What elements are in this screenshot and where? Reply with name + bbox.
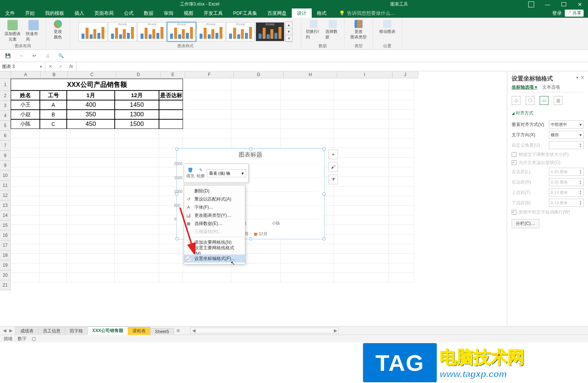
cell[interactable]	[389, 90, 414, 100]
share-button[interactable]: ↗ 共享	[565, 10, 584, 17]
cell[interactable]	[40, 215, 67, 225]
cell[interactable]	[281, 273, 334, 283]
tab-home[interactable]: 开始	[20, 8, 40, 18]
cell[interactable]	[334, 129, 389, 139]
cell[interactable]	[334, 273, 389, 283]
cell[interactable]	[281, 100, 334, 110]
cell[interactable]	[281, 244, 334, 254]
cell[interactable]: 小陈	[11, 119, 40, 129]
cell[interactable]	[389, 263, 414, 273]
cell[interactable]: 450	[67, 119, 115, 129]
cell[interactable]	[389, 79, 414, 90]
cell[interactable]	[115, 235, 159, 244]
cancel-formula-icon[interactable]: ✕	[45, 64, 56, 69]
row-header[interactable]: 11	[0, 181, 11, 191]
cell[interactable]: 1500	[115, 119, 159, 129]
row-header[interactable]: 14	[0, 211, 11, 220]
add-chart-element-button[interactable]: 添加图表 元素	[3, 19, 22, 43]
cell[interactable]	[334, 119, 389, 129]
cell[interactable]	[67, 139, 115, 148]
cell[interactable]: B	[40, 110, 67, 119]
cell[interactable]	[183, 100, 231, 110]
cell[interactable]	[67, 273, 115, 283]
cell[interactable]	[281, 129, 334, 139]
select-all-corner[interactable]	[0, 71, 11, 79]
cell[interactable]	[231, 110, 281, 119]
resize-handle[interactable]	[175, 147, 179, 151]
sheet-tab[interactable]: 田字格	[65, 327, 88, 335]
cell[interactable]	[389, 158, 414, 167]
cell[interactable]	[115, 177, 159, 187]
cell[interactable]: 是否达标	[159, 90, 183, 100]
cell[interactable]	[389, 225, 414, 235]
macro-record-icon[interactable]: ▢	[32, 336, 36, 341]
resize-handle[interactable]	[322, 237, 326, 240]
minimize-button[interactable]: —	[539, 0, 556, 8]
column-header[interactable]: A	[11, 71, 41, 78]
cell[interactable]	[11, 196, 40, 206]
cell[interactable]	[334, 139, 389, 148]
column-header[interactable]: B	[41, 71, 68, 78]
cell[interactable]: 350	[67, 110, 115, 119]
save-icon[interactable]: 💾	[4, 52, 12, 60]
chart-style-3[interactable]: 图表标题	[138, 22, 166, 41]
cell[interactable]	[389, 177, 414, 187]
row-headers[interactable]: 123456789101112131415161718192021	[0, 79, 11, 326]
name-box[interactable]: 图表 3 ▼	[0, 62, 45, 71]
cell[interactable]	[67, 129, 115, 139]
cell[interactable]	[115, 244, 159, 254]
cell[interactable]	[389, 100, 414, 110]
cell[interactable]	[334, 79, 389, 90]
enter-formula-icon[interactable]: ✓	[56, 64, 66, 69]
select-data-button[interactable]: 选择数据	[324, 19, 341, 41]
row-header[interactable]: 17	[0, 240, 11, 250]
cell[interactable]	[11, 206, 40, 215]
cell[interactable]	[334, 148, 389, 158]
new-sheet-button[interactable]: ⊕	[173, 326, 183, 335]
cell[interactable]	[40, 177, 67, 187]
print-icon[interactable]: 🖨	[44, 52, 52, 60]
cell[interactable]	[40, 167, 67, 177]
cell[interactable]	[67, 235, 115, 244]
tab-insert[interactable]: 插入	[69, 8, 89, 18]
cell[interactable]	[159, 139, 183, 148]
pane-options-icon[interactable]: ▾	[576, 75, 578, 80]
cell[interactable]	[67, 225, 115, 235]
sheet-tab[interactable]: XXX公司销售额	[87, 326, 128, 335]
cell[interactable]	[40, 225, 67, 235]
tell-me-search[interactable]: 💡 告诉我您想要做什么…	[339, 8, 395, 18]
cell[interactable]	[334, 196, 389, 206]
tab-developer[interactable]: 开发工具	[198, 8, 228, 18]
cell[interactable]	[67, 187, 115, 196]
sheet-tab[interactable]: 员工信息	[38, 327, 65, 335]
login-link[interactable]: 登录	[552, 10, 562, 17]
cell[interactable]	[183, 79, 231, 90]
chart-styles-button[interactable]: 🖌	[328, 162, 338, 172]
preview-icon[interactable]: 🔍	[57, 52, 65, 60]
cell[interactable]	[115, 206, 159, 215]
tab-mytemplates[interactable]: 我的模板	[40, 8, 69, 18]
cell[interactable]	[40, 254, 67, 263]
cell[interactable]	[231, 119, 281, 129]
cell[interactable]	[389, 215, 414, 225]
quick-layout-button[interactable]: 快速布局	[24, 19, 43, 43]
move-chart-button[interactable]: 移动图表	[378, 19, 397, 35]
cell[interactable]	[40, 129, 67, 139]
cell[interactable]	[183, 119, 231, 129]
cell[interactable]	[281, 79, 334, 90]
sheet-tab[interactable]: 成绩表	[15, 327, 38, 335]
tab-file[interactable]: 文件	[0, 8, 20, 18]
cell[interactable]	[115, 263, 159, 273]
cell[interactable]	[334, 177, 389, 187]
cell[interactable]: A	[40, 100, 67, 110]
section-alignment[interactable]: 对齐方式	[512, 110, 584, 116]
cell[interactable]	[115, 187, 159, 196]
cell[interactable]	[159, 263, 183, 273]
sheet-tab[interactable]: Sheet5	[150, 328, 174, 335]
cell[interactable]	[11, 273, 40, 283]
context-menu-item[interactable]: A字体(F)…	[184, 203, 245, 211]
cell[interactable]	[67, 148, 115, 158]
cell[interactable]	[389, 119, 414, 129]
cell[interactable]	[40, 187, 67, 196]
cell[interactable]	[115, 139, 159, 148]
